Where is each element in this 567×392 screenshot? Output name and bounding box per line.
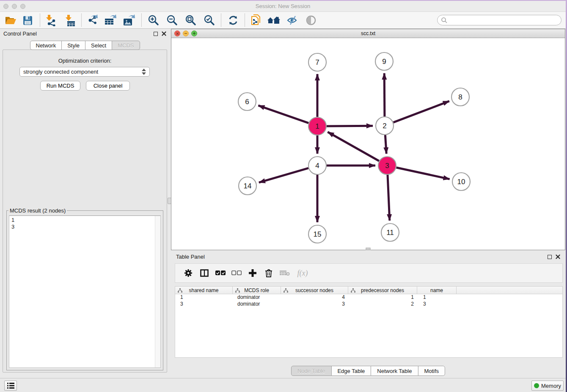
mcds-result-group: MCDS result (2 nodes) 1 3 — [6, 207, 163, 370]
graph-node-15[interactable]: 15 — [308, 225, 326, 243]
result-scrollbar[interactable] — [155, 216, 160, 367]
run-mcds-button[interactable]: Run MCDS — [40, 81, 80, 91]
graph-edge-3-11[interactable] — [388, 175, 390, 221]
graph-node-14[interactable]: 14 — [239, 177, 256, 195]
save-session-button[interactable] — [19, 13, 36, 28]
network-view-window: scc.txt 1234678910111415 — [171, 29, 565, 250]
graph-node-10[interactable]: 10 — [452, 173, 470, 190]
tab-mcds[interactable]: MCDS — [112, 41, 140, 50]
graph-node-6[interactable]: 6 — [238, 93, 256, 110]
split-panel-button[interactable] — [196, 265, 212, 281]
zoom-selected-button[interactable] — [201, 13, 217, 28]
column-settings-button[interactable] — [180, 265, 196, 281]
export-table-button[interactable] — [102, 13, 118, 28]
svg-text:11: 11 — [386, 229, 394, 237]
tab-motifs[interactable]: Motifs — [418, 366, 445, 376]
tab-style[interactable]: Style — [61, 41, 85, 50]
toolbar-separator — [81, 14, 82, 27]
fx-icon: f(x) — [297, 269, 308, 278]
optimization-select[interactable]: strongly connected component — [19, 67, 150, 77]
svg-text:2: 2 — [383, 122, 386, 130]
tab-edge-table[interactable]: Edge Table — [331, 366, 371, 376]
graph-node-9[interactable]: 9 — [375, 52, 393, 70]
graph-edge-2-9[interactable] — [384, 73, 385, 116]
search-icon — [441, 17, 448, 24]
graph-edge-3-1[interactable] — [328, 132, 379, 161]
graph-node-2[interactable]: 2 — [376, 117, 394, 135]
table-panel-header: Table Panel — [171, 254, 565, 261]
network-resize-handle[interactable] — [366, 248, 371, 250]
column-header-successor-nodes[interactable]: successor nodes — [281, 287, 348, 294]
home-first-neighbors-button[interactable] — [266, 13, 282, 28]
column-label: MCDS role — [244, 287, 269, 293]
memory-button[interactable]: Memory — [531, 381, 564, 391]
control-panel: Control Panel Network Style Select MCDS … — [0, 29, 170, 378]
zoom-in-button[interactable] — [146, 13, 162, 28]
cell-shared-name: 3 — [175, 301, 233, 308]
graph-edge-3-10[interactable] — [396, 168, 450, 179]
table-row[interactable]: 1 dominator 4 1 1 — [175, 294, 562, 301]
column-header-predecessor-nodes[interactable]: predecessor nodes — [348, 287, 417, 294]
search-input[interactable] — [448, 16, 561, 25]
column-label: name — [430, 287, 443, 293]
network-file-icon — [250, 14, 262, 27]
deselect-all-button[interactable] — [228, 265, 245, 281]
graph-edge-2-8[interactable] — [394, 101, 449, 122]
add-column-button[interactable] — [245, 265, 261, 281]
network-canvas[interactable]: 1234678910111415 — [171, 38, 565, 250]
import-network-button[interactable] — [42, 13, 58, 28]
graph-edge-4-14[interactable] — [259, 168, 308, 182]
hide-selected-button[interactable] — [284, 13, 300, 28]
graph-node-8[interactable]: 8 — [451, 88, 469, 106]
network-window-titlebar: scc.txt — [171, 29, 565, 38]
plus-icon — [248, 269, 257, 277]
hierarchy-icon — [235, 288, 240, 293]
zoom-fit-button[interactable] — [183, 13, 199, 28]
column-header-name[interactable]: name — [417, 287, 457, 294]
graph-node-1[interactable]: 1 — [308, 117, 326, 135]
graph-edge-1-2[interactable] — [327, 126, 373, 126]
close-panel-button[interactable]: Close panel — [86, 81, 130, 91]
graph-edge-2-3[interactable] — [385, 135, 386, 154]
show-all-button[interactable] — [303, 13, 319, 28]
graph-node-3[interactable]: 3 — [378, 157, 396, 174]
float-table-panel-button[interactable] — [548, 255, 552, 259]
cell-successor-nodes: 3 — [281, 301, 348, 308]
zoom-out-icon — [166, 14, 178, 26]
export-network-button[interactable] — [85, 13, 101, 28]
task-history-button[interactable] — [4, 381, 17, 391]
tab-node-table[interactable]: Node Table — [291, 366, 332, 376]
zoom-in-icon — [148, 14, 160, 26]
close-table-panel-icon[interactable] — [556, 254, 560, 259]
mcds-result-title: MCDS result (2 nodes) — [8, 207, 67, 214]
graph-node-4[interactable]: 4 — [308, 157, 326, 174]
mcds-panel: Optimization criterion: strongly connect… — [3, 50, 167, 373]
import-table-button[interactable] — [62, 13, 78, 28]
new-network-from-selection-button[interactable] — [248, 13, 264, 28]
graph-node-11[interactable]: 11 — [381, 224, 399, 241]
column-header-shared-name[interactable]: shared name — [175, 287, 233, 294]
float-panel-button[interactable] — [154, 32, 158, 36]
table-row[interactable]: 3 dominator 3 2 3 — [175, 301, 562, 308]
close-panel-icon[interactable] — [162, 31, 166, 36]
column-header-mcds-role[interactable]: MCDS role — [233, 287, 281, 294]
cell-mcds-role: dominator — [233, 294, 281, 301]
cell-mcds-role: dominator — [233, 301, 281, 308]
tab-select[interactable]: Select — [85, 41, 112, 50]
gear-icon — [184, 269, 193, 277]
delete-column-button[interactable] — [261, 265, 277, 281]
svg-text:9: 9 — [382, 58, 386, 66]
eye-slash-icon — [286, 15, 298, 26]
graph-edge-1-6[interactable] — [258, 105, 308, 123]
graph-node-7[interactable]: 7 — [308, 53, 326, 71]
refresh-view-button[interactable] — [225, 13, 241, 28]
export-image-button[interactable] — [121, 13, 137, 28]
cell-name: 3 — [417, 301, 457, 308]
select-all-button[interactable] — [212, 265, 228, 281]
tab-network-table[interactable]: Network Table — [371, 366, 418, 376]
zoom-out-button[interactable] — [164, 13, 180, 28]
tab-network[interactable]: Network — [30, 41, 62, 50]
mcds-result-list[interactable]: 1 3 — [9, 215, 161, 368]
open-session-button[interactable] — [3, 13, 19, 28]
column-header-filler — [457, 287, 562, 294]
